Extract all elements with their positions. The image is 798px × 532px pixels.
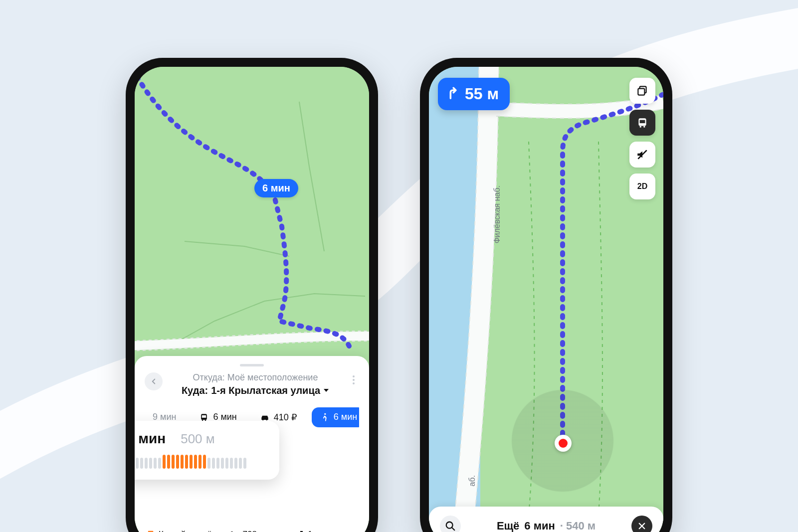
svg-point-6 — [324, 413, 326, 414]
close-nav-button[interactable] — [631, 516, 652, 532]
screen-right: Филёвская наб. аб. 55 м — [429, 67, 663, 532]
chevron-left-icon — [149, 377, 158, 386]
back-button[interactable] — [145, 372, 163, 390]
panel-grip[interactable] — [240, 364, 264, 366]
view-mode-button[interactable]: 2D — [629, 174, 655, 199]
summary-time: 6 мин — [135, 431, 166, 447]
route-summary-card: 6 мин 500 м — [135, 421, 279, 480]
phone-right: Филёвская наб. аб. 55 м — [429, 67, 663, 532]
eta-value: 6 мин — [524, 520, 555, 532]
current-location-marker — [555, 435, 572, 452]
stairs-label: 1 лестница — [308, 530, 352, 532]
map-nav-view[interactable]: Филёвская наб. аб. — [429, 67, 663, 532]
turn-instruction[interactable]: 55 м — [438, 78, 510, 110]
street-label: Филёвская наб. — [493, 185, 502, 243]
mute-button[interactable] — [629, 142, 655, 168]
svg-point-4 — [262, 419, 264, 420]
mode-walk[interactable]: 6 мин — [312, 407, 359, 427]
elevation-bars — [135, 455, 267, 469]
arrow-up-right-icon — [145, 530, 155, 532]
volume-off-icon — [636, 148, 649, 161]
from-label[interactable]: Откуда: Моё местоположение — [163, 372, 348, 383]
svg-rect-1 — [202, 415, 206, 417]
layers-button[interactable] — [629, 78, 655, 104]
summary-distance: 500 м — [181, 431, 214, 447]
stairs-count: 1 лестница — [294, 530, 352, 532]
svg-rect-14 — [640, 120, 645, 123]
nab-label: аб. — [468, 475, 477, 487]
stairs-icon — [294, 530, 304, 532]
eta-distance: 540 м — [566, 520, 596, 532]
footsteps-icon — [229, 530, 239, 532]
caret-down-icon — [323, 388, 329, 393]
map-controls: 2D — [629, 78, 655, 199]
route-footer: Крутой подъём 708 шагов 1 лестница — [135, 530, 369, 532]
route-panel: Откуда: Моё местоположение Куда: 1-я Кры… — [135, 356, 369, 532]
mode-label: 410 ₽ — [274, 412, 297, 423]
layers-icon — [636, 84, 649, 97]
svg-rect-12 — [638, 88, 644, 95]
steps-label: 708 шагов — [243, 530, 283, 532]
view-mode-label: 2D — [637, 182, 647, 191]
route-time-pill[interactable]: 6 мин — [254, 179, 298, 197]
steep-label: Крутой подъём — [159, 530, 218, 532]
phone-left: 6 мин Откуда: Моё местоположение Куда: 1… — [135, 67, 369, 532]
walk-icon — [320, 412, 330, 422]
more-button[interactable] — [348, 372, 359, 384]
screen-left: 6 мин Откуда: Моё местоположение Куда: 1… — [135, 67, 369, 532]
turn-right-icon — [446, 87, 460, 101]
eta-prefix: Ещё — [497, 520, 519, 532]
close-icon — [637, 522, 646, 531]
steep-climb: Крутой подъём — [145, 530, 218, 532]
svg-point-15 — [640, 126, 641, 127]
nav-eta[interactable]: Ещё 6 мин · 540 м — [497, 520, 596, 532]
steps-count: 708 шагов — [229, 530, 283, 532]
to-row[interactable]: Куда: 1-я Крылатская улица — [182, 385, 329, 396]
to-value: 1-я Крылатская улица — [211, 385, 320, 396]
turn-distance: 55 м — [465, 85, 499, 103]
svg-point-5 — [266, 419, 267, 420]
search-button[interactable] — [440, 516, 461, 532]
search-icon — [445, 521, 456, 532]
svg-line-19 — [452, 527, 455, 530]
mode-label: 6 мин — [334, 412, 357, 422]
nav-bottom-bar: Ещё 6 мин · 540 м — [429, 507, 663, 532]
transit-layer-button[interactable] — [629, 110, 655, 136]
to-prefix: Куда: — [182, 385, 208, 396]
bus-icon — [636, 116, 649, 129]
svg-point-16 — [643, 126, 645, 127]
